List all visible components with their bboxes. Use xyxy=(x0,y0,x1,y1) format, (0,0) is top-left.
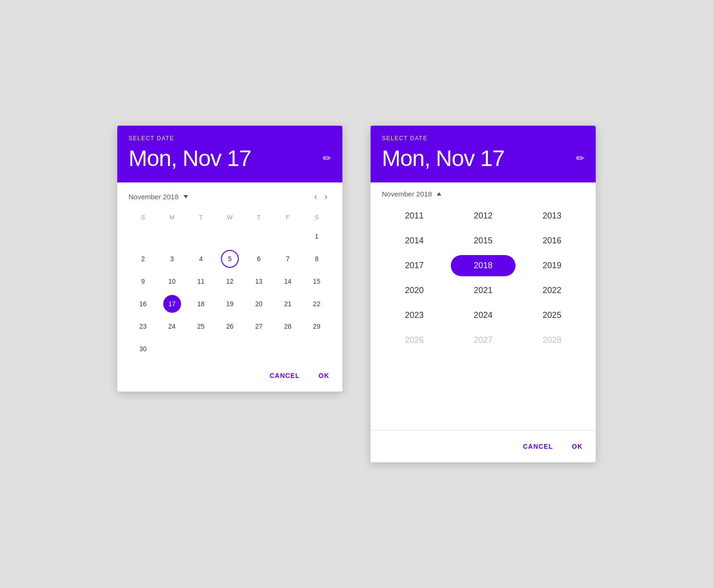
picker1-edit-icon[interactable]: ✏ xyxy=(323,152,331,165)
picker1-header: SELECT DATE Mon, Nov 17 ✏ xyxy=(117,126,342,182)
date-picker-year: SELECT DATE Mon, Nov 17 ✏ November 2018 … xyxy=(371,126,596,462)
day-cell xyxy=(250,340,268,358)
day-cell[interactable]: 14 xyxy=(279,272,296,290)
year-cell[interactable]: 2011 xyxy=(382,205,447,226)
year-cell[interactable]: 2021 xyxy=(451,280,516,301)
picker1-dropdown-icon xyxy=(183,195,188,198)
day-cell xyxy=(308,340,326,358)
year-cell[interactable]: 2016 xyxy=(519,230,584,251)
picker2-select-date-label: SELECT DATE xyxy=(382,135,584,142)
year-cell: 2026 xyxy=(382,330,447,351)
day-cell xyxy=(279,340,296,358)
picker1-cancel-button[interactable]: CANCEL xyxy=(262,367,307,384)
day-cell[interactable]: 17 xyxy=(163,295,181,313)
picker1-month-label[interactable]: November 2018 xyxy=(129,193,188,201)
picker2-dropdown-icon xyxy=(437,192,441,196)
day-cell xyxy=(221,227,239,245)
day-name-f: F xyxy=(273,211,303,224)
date-picker-calendar: SELECT DATE Mon, Nov 17 ✏ November 2018 … xyxy=(117,126,342,392)
picker2-divider xyxy=(371,430,596,430)
picker2-actions: CANCEL OK xyxy=(371,434,596,462)
day-cell[interactable]: 2 xyxy=(134,250,152,268)
day-cell[interactable]: 19 xyxy=(221,295,239,313)
day-cell xyxy=(250,227,268,245)
day-cell[interactable]: 6 xyxy=(250,250,268,268)
year-cell[interactable]: 2022 xyxy=(519,280,584,301)
picker1-prev-month-button[interactable]: ‹ xyxy=(311,190,321,204)
picker2-ok-button[interactable]: OK xyxy=(564,438,590,455)
year-cell[interactable]: 2019 xyxy=(519,255,584,276)
day-cell[interactable]: 25 xyxy=(192,317,210,335)
day-cell[interactable]: 13 xyxy=(250,272,268,290)
day-cell[interactable]: 5 xyxy=(221,250,239,268)
picker1-next-month-button[interactable]: › xyxy=(321,190,331,204)
day-cell xyxy=(279,227,296,245)
day-cell[interactable]: 11 xyxy=(192,272,210,290)
day-cell[interactable]: 29 xyxy=(308,317,326,335)
picker2-body: November 2018 20112012201320142015201620… xyxy=(371,182,596,426)
day-cell[interactable]: 28 xyxy=(279,317,296,335)
picker1-select-date-label: SELECT DATE xyxy=(129,135,331,142)
year-cell[interactable]: 2023 xyxy=(382,305,447,326)
day-name-s2: S xyxy=(302,211,331,224)
picker2-header: SELECT DATE Mon, Nov 17 ✏ xyxy=(371,126,596,182)
day-cell xyxy=(163,227,181,245)
picker2-year-grid: 2011201220132014201520162017201820192020… xyxy=(382,205,584,351)
picker1-ok-button[interactable]: OK xyxy=(311,367,337,384)
picker1-month-text: November 2018 xyxy=(129,193,179,201)
year-cell[interactable]: 2024 xyxy=(451,305,516,326)
picker1-day-names: S M T W T F S xyxy=(129,211,331,224)
year-cell: 2028 xyxy=(519,330,584,351)
day-cell xyxy=(192,227,210,245)
picker2-month-label[interactable]: November 2018 xyxy=(382,190,441,198)
year-cell[interactable]: 2012 xyxy=(451,205,516,226)
day-cell[interactable]: 27 xyxy=(250,317,268,335)
picker1-days-grid: 1234567891011121314151617181920212223242… xyxy=(129,226,331,360)
day-cell[interactable]: 30 xyxy=(134,340,152,358)
day-cell[interactable]: 10 xyxy=(163,272,181,290)
picker1-month-nav: November 2018 ‹ › xyxy=(129,190,331,204)
day-cell[interactable]: 24 xyxy=(163,317,181,335)
day-cell[interactable]: 22 xyxy=(308,295,326,313)
year-cell[interactable]: 2017 xyxy=(382,255,447,276)
day-cell[interactable]: 4 xyxy=(192,250,210,268)
picker1-body: November 2018 ‹ › S M T W T F S 12345678… xyxy=(117,182,342,363)
picker2-selected-date: Mon, Nov 17 xyxy=(382,145,504,171)
day-cell[interactable]: 21 xyxy=(279,295,296,313)
day-name-w: W xyxy=(215,211,244,224)
year-cell[interactable]: 2014 xyxy=(382,230,447,251)
picker1-date-row: Mon, Nov 17 ✏ xyxy=(129,145,331,171)
picker2-edit-icon[interactable]: ✏ xyxy=(576,152,584,165)
day-cell xyxy=(134,227,152,245)
day-name-t2: T xyxy=(244,211,273,224)
year-cell[interactable]: 2018 xyxy=(451,255,516,276)
day-name-s1: S xyxy=(129,211,158,224)
year-cell[interactable]: 2015 xyxy=(451,230,516,251)
page-wrapper: SELECT DATE Mon, Nov 17 ✏ November 2018 … xyxy=(89,98,624,490)
year-cell: 2027 xyxy=(451,330,516,351)
day-cell[interactable]: 7 xyxy=(279,250,296,268)
day-cell[interactable]: 1 xyxy=(308,227,326,245)
picker2-month-text: November 2018 xyxy=(382,190,432,198)
year-cell[interactable]: 2025 xyxy=(519,305,584,326)
day-cell[interactable]: 8 xyxy=(308,250,326,268)
picker2-cancel-button[interactable]: CANCEL xyxy=(516,438,561,455)
day-name-m: M xyxy=(158,211,187,224)
picker1-selected-date: Mon, Nov 17 xyxy=(129,145,251,171)
day-cell[interactable]: 16 xyxy=(134,295,152,313)
day-name-t1: T xyxy=(186,211,215,224)
day-cell[interactable]: 18 xyxy=(192,295,210,313)
day-cell[interactable]: 9 xyxy=(134,272,152,290)
day-cell xyxy=(163,340,181,358)
day-cell[interactable]: 20 xyxy=(250,295,268,313)
day-cell xyxy=(192,340,210,358)
year-cell[interactable]: 2013 xyxy=(519,205,584,226)
day-cell xyxy=(221,340,239,358)
day-cell[interactable]: 3 xyxy=(163,250,181,268)
day-cell[interactable]: 12 xyxy=(221,272,239,290)
picker2-date-row: Mon, Nov 17 ✏ xyxy=(382,145,584,171)
day-cell[interactable]: 23 xyxy=(134,317,152,335)
day-cell[interactable]: 26 xyxy=(221,317,239,335)
year-cell[interactable]: 2020 xyxy=(382,280,447,301)
day-cell[interactable]: 15 xyxy=(308,272,326,290)
